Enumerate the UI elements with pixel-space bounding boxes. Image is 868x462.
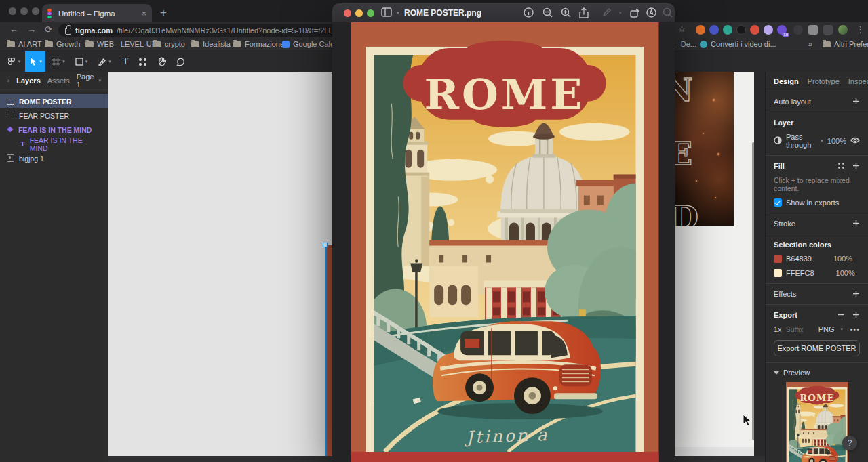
- bookmark-item[interactable]: Converti i video di...: [700, 40, 776, 48]
- back-icon[interactable]: ←: [9, 24, 18, 35]
- blend-mode-value[interactable]: Pass through: [786, 133, 814, 149]
- tab-prototype[interactable]: Prototype: [808, 77, 840, 85]
- layer-opacity[interactable]: 100%: [827, 137, 846, 145]
- ql-minimize-button[interactable]: [355, 9, 363, 17]
- quicklook-titlebar[interactable]: ▾ ROME POSTER.png ▾: [332, 3, 675, 22]
- tab-assets[interactable]: Assets: [47, 77, 70, 85]
- effects-label: Effects: [774, 290, 796, 298]
- bookmark-item[interactable]: - De...: [676, 40, 696, 48]
- layer-row-text[interactable]: T FEAR IS IN THE MIND: [0, 137, 108, 151]
- window-zoom-button[interactable]: [32, 7, 39, 15]
- color-hex: B64839: [786, 255, 812, 263]
- frame-tool-button[interactable]: ▾: [49, 51, 68, 72]
- bookmark-item[interactable]: WEB - LEVEL-UP: [85, 40, 157, 48]
- browser-tab[interactable]: Untitled – Figma ×: [42, 4, 152, 22]
- bookmark-item[interactable]: Growth: [45, 40, 80, 48]
- color-swatch[interactable]: [774, 255, 782, 263]
- export-format[interactable]: PNG: [818, 325, 835, 333]
- extension-icon[interactable]: [736, 25, 746, 35]
- ql-markup-pencil-icon[interactable]: [602, 7, 613, 18]
- bookmark-item[interactable]: Altri Preferiti: [823, 40, 868, 48]
- extension-icon[interactable]: 18: [777, 25, 787, 35]
- window-minimize-button[interactable]: [20, 7, 28, 15]
- ql-share-icon[interactable]: [579, 7, 590, 18]
- browser-menu-icon[interactable]: ⋮: [856, 24, 865, 35]
- ql-zoom-button[interactable]: [367, 9, 374, 17]
- add-auto-layout-button[interactable]: [852, 98, 860, 105]
- help-button[interactable]: ?: [842, 436, 857, 450]
- color-swatch[interactable]: [774, 269, 782, 277]
- move-tool-button[interactable]: ▾: [25, 51, 45, 72]
- layer-row-component[interactable]: ❖ FEAR IS IN THE MIND: [0, 123, 108, 137]
- preview-header[interactable]: Preview: [766, 363, 868, 382]
- extensions-puzzle-icon[interactable]: [808, 25, 818, 35]
- reload-icon[interactable]: ⟳: [45, 24, 52, 35]
- tab-layers[interactable]: Layers: [16, 77, 40, 85]
- selection-color-row[interactable]: B64839 100%: [774, 255, 860, 263]
- forward-icon[interactable]: →: [27, 24, 36, 35]
- ql-info-icon[interactable]: [524, 7, 534, 18]
- resources-tool-button[interactable]: [134, 51, 151, 72]
- extension-icon[interactable]: [750, 25, 760, 35]
- collapse-triangle-icon: [774, 371, 779, 375]
- tab-inspect[interactable]: Inspect: [848, 77, 868, 85]
- format-chevron-icon[interactable]: ▾: [840, 327, 843, 332]
- window-close-button[interactable]: [9, 7, 16, 15]
- show-in-exports-checkbox[interactable]: [774, 198, 782, 207]
- ql-rotate-icon[interactable]: [629, 7, 640, 18]
- comment-tool-button[interactable]: [172, 51, 189, 72]
- selection-handle[interactable]: [323, 243, 328, 247]
- bookmark-item[interactable]: Formazione: [233, 40, 284, 48]
- extension-icon[interactable]: [723, 25, 732, 35]
- search-icon[interactable]: [7, 77, 9, 85]
- export-preview-thumbnail: [786, 382, 848, 462]
- bookmarks-overflow-chevrons[interactable]: »: [808, 40, 812, 48]
- blend-chevron-icon[interactable]: ▾: [821, 138, 823, 144]
- tab-design[interactable]: Design: [774, 77, 799, 85]
- add-effect-button[interactable]: [852, 290, 860, 297]
- export-scale[interactable]: 1x: [774, 325, 782, 333]
- side-panel-icon[interactable]: [823, 25, 833, 35]
- pen-tool-button[interactable]: ▾: [95, 51, 114, 72]
- ql-zoom-out-icon[interactable]: [542, 7, 553, 18]
- extension-icon[interactable]: [764, 25, 773, 35]
- text-tool-button[interactable]: T: [118, 51, 133, 72]
- extension-icon[interactable]: [709, 25, 719, 35]
- export-suffix-input[interactable]: [786, 325, 814, 333]
- ql-sidebar-chevron[interactable]: ▾: [397, 10, 399, 16]
- bookmark-star-icon[interactable]: ☆: [678, 24, 686, 34]
- ql-close-button[interactable]: [344, 9, 351, 17]
- ql-sidebar-icon[interactable]: [381, 7, 392, 18]
- ql-search-icon[interactable]: [663, 7, 673, 18]
- bookmark-item[interactable]: crypto: [153, 40, 185, 48]
- extension-icon[interactable]: [696, 25, 705, 35]
- add-export-button[interactable]: [852, 311, 860, 318]
- selection-color-row[interactable]: FFEFC8 100%: [774, 269, 860, 277]
- remove-export-button[interactable]: [837, 311, 845, 318]
- main-menu-button[interactable]: ▾: [4, 51, 23, 72]
- bookmark-item[interactable]: AI ART: [7, 40, 42, 48]
- layer-row-bigjpg[interactable]: bigjpg 1: [0, 151, 108, 165]
- page-selector[interactable]: Page 1▾: [77, 72, 101, 89]
- visibility-eye-icon[interactable]: [850, 137, 860, 145]
- tab-close-icon[interactable]: ×: [141, 9, 146, 18]
- shape-tool-button[interactable]: ▾: [72, 51, 91, 72]
- layer-row-fear-poster[interactable]: FEAR POSTER: [0, 108, 108, 123]
- ql-annotate-icon[interactable]: [646, 7, 657, 18]
- hand-tool-button[interactable]: [153, 51, 170, 72]
- frame-dashed-icon: [7, 98, 14, 105]
- fill-section: Fill Click + to replace mixed content. S…: [766, 156, 868, 213]
- export-more-icon[interactable]: •••: [850, 325, 860, 333]
- layer-row-rome-poster[interactable]: ROME POSTER: [0, 94, 108, 108]
- add-fill-button[interactable]: [852, 162, 860, 169]
- new-tab-button[interactable]: +: [160, 6, 167, 20]
- add-stroke-button[interactable]: [852, 219, 860, 227]
- bookmark-item[interactable]: Idealista: [191, 40, 231, 48]
- extension-icon[interactable]: [793, 25, 803, 35]
- fear-poster-image[interactable]: N E D: [675, 72, 734, 226]
- profile-avatar[interactable]: [838, 25, 848, 35]
- ql-zoom-in-icon[interactable]: [561, 7, 572, 18]
- styles-icon[interactable]: [837, 162, 845, 171]
- ql-markup-chevron[interactable]: ▾: [619, 10, 622, 16]
- export-rome-poster-button[interactable]: Export ROME POSTER: [774, 340, 860, 356]
